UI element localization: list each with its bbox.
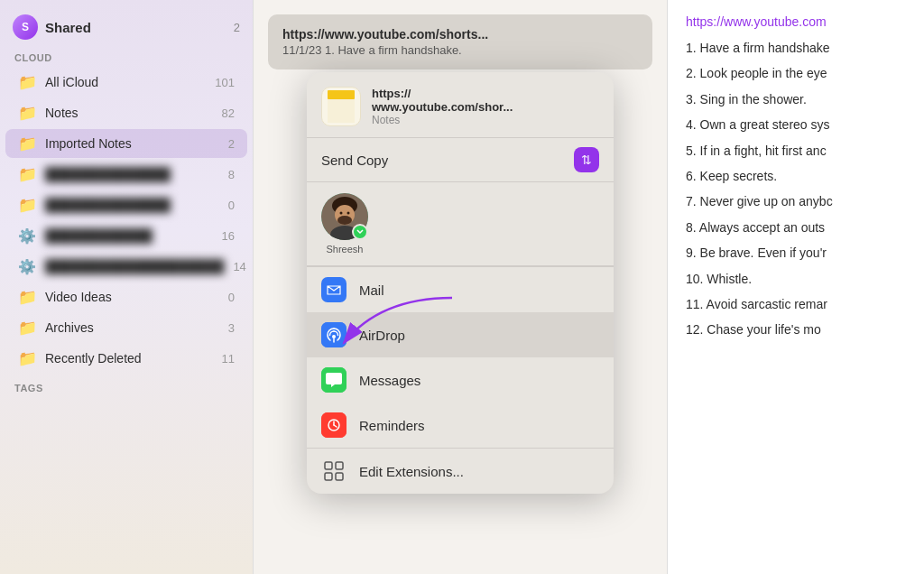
svg-point-3: [340, 212, 343, 215]
gear-icon: ⚙️: [18, 257, 36, 275]
cloud-section-label: Cloud: [0, 43, 253, 67]
note-link[interactable]: https://www.youtube.com: [686, 14, 906, 29]
note-item-8: 8. Always accept an outs: [686, 218, 906, 237]
share-option-mail[interactable]: Mail: [307, 267, 614, 312]
sidebar: S Shared 2 Cloud 📁 All iCloud 101 📁 Note…: [0, 0, 253, 574]
folder-icon: 📁: [18, 73, 36, 91]
folder-icon: 📁: [18, 349, 36, 367]
sidebar-item-count: 0: [228, 199, 235, 212]
mail-icon: [321, 277, 346, 302]
folder-icon: 📁: [18, 134, 36, 153]
messages-icon: [321, 367, 346, 393]
note-item-10: 10. Whistle.: [686, 269, 906, 289]
note-item-2: 2. Look people in the eye: [686, 63, 906, 83]
share-option-messages[interactable]: Messages: [307, 357, 614, 403]
note-item-9: 9. Be brave. Even if you'r: [686, 243, 906, 263]
sidebar-item-archives[interactable]: 📁 Archives 3: [5, 313, 247, 342]
sidebar-item-all-icloud[interactable]: 📁 All iCloud 101: [5, 68, 247, 97]
messages-badge: [352, 224, 368, 240]
svg-rect-17: [336, 462, 343, 469]
note-item-7: 7. Never give up on anybc: [686, 191, 906, 211]
share-option-label: Reminders: [359, 418, 425, 433]
send-copy-label: Send Copy: [321, 153, 388, 168]
person-item-shreesh[interactable]: Shreesh: [321, 193, 368, 255]
reminders-icon: [321, 412, 346, 438]
share-option-label: Mail: [359, 282, 384, 298]
share-header-appname: Notes: [372, 114, 513, 126]
sidebar-item-count: 16: [222, 229, 235, 243]
middle-panel: https://www.youtube.com/shorts... 11/1/2…: [253, 0, 668, 574]
folder-icon: 📁: [18, 288, 36, 306]
sidebar-item-video-ideas[interactable]: 📁 Video Ideas 0: [5, 282, 247, 311]
share-option-airdrop[interactable]: AirDrop: [307, 312, 614, 357]
note-item-1: 1. Have a firm handshake: [686, 38, 906, 58]
person-avatar-wrapper: [321, 193, 368, 240]
share-header-text: https:// www.youtube.com/shor... Notes: [372, 87, 513, 126]
notes-app-icon: [321, 87, 361, 126]
note-item-4: 4. Own a great stereo sys: [686, 115, 906, 134]
sidebar-header[interactable]: S Shared 2: [0, 7, 253, 43]
svg-rect-16: [325, 462, 332, 469]
extensions-icon: [321, 458, 346, 484]
edit-extensions-label: Edit Extensions...: [359, 464, 464, 479]
shared-label: Shared: [45, 20, 91, 35]
sidebar-item-label: Imported Notes: [45, 136, 219, 151]
share-sheet-header: https:// www.youtube.com/shor... Notes: [307, 72, 614, 138]
sidebar-item-blurred-3[interactable]: ⚙️ ████████████ 16: [5, 221, 247, 250]
airdrop-icon: [321, 322, 346, 347]
share-header-url: https:// www.youtube.com/shor...: [372, 87, 513, 114]
sidebar-item-notes[interactable]: 📁 Notes 82: [5, 98, 247, 127]
svg-point-4: [347, 212, 350, 215]
avatar: S: [13, 14, 38, 40]
folder-icon: 📁: [18, 319, 36, 337]
shared-count: 2: [234, 21, 240, 34]
note-item-6: 6. Keep secrets.: [686, 166, 906, 186]
note-item-5: 5. If in a fight, hit first anc: [686, 141, 906, 161]
svg-point-5: [337, 216, 352, 225]
sidebar-item-count: 82: [222, 106, 235, 120]
sidebar-item-imported-notes[interactable]: 📁 Imported Notes 2: [5, 129, 247, 158]
svg-rect-19: [336, 473, 343, 480]
sidebar-item-label: All iCloud: [45, 75, 206, 89]
share-option-label: Messages: [359, 373, 420, 388]
sidebar-item-blurred-2[interactable]: 📁 ██████████████ 0: [5, 190, 247, 219]
send-copy-row[interactable]: Send Copy ⇅: [307, 138, 614, 182]
right-panel: https://www.youtube.com 1. Have a firm h…: [668, 0, 924, 574]
sidebar-item-count: 0: [228, 291, 235, 304]
sidebar-item-count: 14: [233, 260, 245, 273]
sidebar-item-label: Video Ideas: [45, 290, 219, 304]
sidebar-item-count: 101: [215, 76, 235, 89]
folder-icon: 📁: [18, 104, 36, 122]
sidebar-item-label: Notes: [45, 106, 213, 120]
share-sheet: https:// www.youtube.com/shor... Notes S…: [307, 72, 614, 494]
sidebar-item-count: 2: [228, 137, 235, 151]
note-item-12: 12. Chase your life's mo: [686, 319, 906, 339]
note-preview-url: https://www.youtube.com/shorts...: [282, 27, 638, 42]
gear-icon: ⚙️: [18, 227, 36, 245]
sidebar-item-count: 8: [228, 168, 235, 181]
edit-extensions[interactable]: Edit Extensions...: [307, 448, 614, 494]
sidebar-item-label: ██████████████: [45, 198, 219, 212]
note-item-11: 11. Avoid sarcastic remar: [686, 294, 906, 314]
sidebar-item-count: 11: [222, 352, 235, 366]
sidebar-item-count: 3: [228, 321, 235, 335]
sidebar-item-label: ████████████████████: [45, 259, 224, 273]
person-name: Shreesh: [327, 244, 364, 255]
share-option-label: AirDrop: [359, 328, 405, 343]
send-copy-chevron: ⇅: [574, 147, 599, 172]
tags-section-label: Tags: [0, 374, 253, 397]
sidebar-item-label: Recently Deleted: [45, 351, 213, 366]
share-option-reminders[interactable]: Reminders: [307, 403, 614, 448]
svg-rect-18: [325, 473, 332, 480]
people-row: Shreesh: [307, 182, 614, 266]
note-preview-meta: 11/1/23 1. Have a firm handshake.: [282, 43, 638, 57]
sidebar-item-label: ██████████████: [45, 167, 219, 181]
folder-icon: 📁: [18, 165, 36, 183]
sidebar-item-recently-deleted[interactable]: 📁 Recently Deleted 11: [5, 344, 247, 373]
note-preview-card[interactable]: https://www.youtube.com/shorts... 11/1/2…: [268, 14, 652, 69]
sidebar-item-blurred-1[interactable]: 📁 ██████████████ 8: [5, 160, 247, 189]
note-item-3: 3. Sing in the shower.: [686, 89, 906, 109]
sidebar-item-blurred-4[interactable]: ⚙️ ████████████████████ 14: [5, 252, 247, 281]
sidebar-item-label: ████████████: [45, 228, 213, 243]
folder-icon: 📁: [18, 196, 36, 214]
